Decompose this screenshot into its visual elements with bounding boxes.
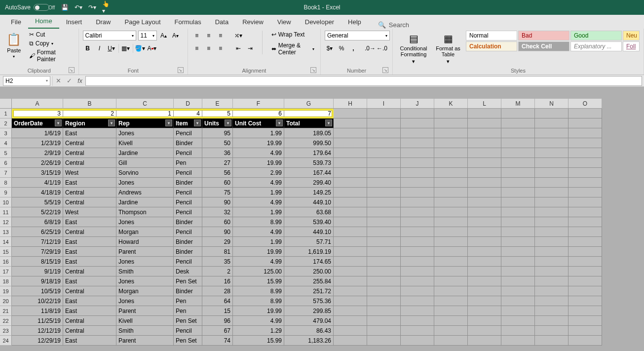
cell-H8[interactable]: [334, 178, 367, 188]
cell-O5[interactable]: [568, 148, 602, 158]
cell-region[interactable]: Central: [63, 138, 116, 148]
cell-rep[interactable]: Parent: [116, 336, 174, 346]
cell-H10[interactable]: [334, 197, 367, 207]
cell-L1[interactable]: [468, 109, 501, 118]
cell-N8[interactable]: [535, 178, 568, 188]
format-as-table-button[interactable]: ▦ Format as Table▾: [433, 31, 463, 65]
cell-L11[interactable]: [468, 207, 501, 217]
cell-unitcost[interactable]: 4.99: [233, 197, 284, 207]
cell-units[interactable]: 36: [202, 148, 233, 158]
cell-unitcost[interactable]: 8.99: [233, 217, 284, 227]
cell-total[interactable]: 179.64: [284, 148, 334, 158]
cell-region[interactable]: East: [63, 237, 116, 247]
cell-unitcost[interactable]: 1.99: [233, 128, 284, 138]
bold-button[interactable]: B: [83, 43, 93, 53]
percent-button[interactable]: %: [337, 43, 346, 53]
cell-units[interactable]: 96: [202, 316, 233, 326]
cell-rep[interactable]: Jones: [116, 257, 174, 267]
select-all-corner[interactable]: [0, 99, 12, 109]
tab-review[interactable]: Review: [235, 16, 270, 29]
cell-unitcost[interactable]: 19.99: [233, 138, 284, 148]
italic-button[interactable]: I: [95, 43, 105, 53]
cell-M16[interactable]: [501, 257, 535, 267]
cell-unitcost[interactable]: 1.99: [233, 207, 284, 217]
row-header-22[interactable]: 22: [0, 316, 12, 326]
cell-H24[interactable]: [334, 336, 367, 346]
cell-I3[interactable]: [367, 128, 401, 138]
cell-N20[interactable]: [535, 296, 568, 306]
cell-L14[interactable]: [468, 237, 501, 247]
cell-K24[interactable]: [434, 336, 468, 346]
cell-J7[interactable]: [401, 168, 434, 178]
cell-region[interactable]: Central: [63, 267, 116, 276]
cell-M17[interactable]: [501, 267, 535, 276]
row-header-3[interactable]: 3: [0, 128, 12, 138]
cell-K12[interactable]: [434, 217, 468, 227]
cell-M12[interactable]: [501, 217, 535, 227]
cell-units[interactable]: 50: [202, 138, 233, 148]
cell-J16[interactable]: [401, 257, 434, 267]
cell-I20[interactable]: [367, 296, 401, 306]
align-top-button[interactable]: ≡: [192, 31, 202, 40]
table-header-total[interactable]: Total▾: [284, 118, 334, 128]
align-left-button[interactable]: ≡: [192, 43, 202, 53]
cell-orderdate[interactable]: 5/22/19: [12, 207, 63, 217]
cell-M1[interactable]: [501, 109, 535, 118]
cell-unitcost[interactable]: 8.99: [233, 296, 284, 306]
cell-K19[interactable]: [434, 286, 468, 296]
row-header-9[interactable]: 9: [0, 188, 12, 197]
cell-K2[interactable]: [434, 118, 468, 128]
style-explanatory[interactable]: Explanatory ...: [570, 41, 622, 51]
cell-J24[interactable]: [401, 336, 434, 346]
cell-I14[interactable]: [367, 237, 401, 247]
comma-button[interactable]: ,: [348, 43, 358, 53]
cell-L21[interactable]: [468, 306, 501, 316]
style-bad[interactable]: Bad: [518, 31, 569, 40]
cell-O9[interactable]: [568, 188, 602, 197]
cell-O11[interactable]: [568, 207, 602, 217]
cell-O19[interactable]: [568, 286, 602, 296]
style-normal[interactable]: Normal: [466, 31, 517, 40]
cell-H20[interactable]: [334, 296, 367, 306]
col-header-O[interactable]: O: [568, 99, 602, 109]
tab-help[interactable]: Help: [341, 16, 368, 29]
font-size-combo[interactable]: 11▾: [138, 31, 157, 40]
cell-H17[interactable]: [334, 267, 367, 276]
cell-unitcost[interactable]: 19.99: [233, 247, 284, 257]
tab-insert[interactable]: Insert: [59, 16, 89, 29]
format-painter-button[interactable]: 🖌Format Painter: [27, 48, 75, 63]
cell-rep[interactable]: Jones: [116, 178, 174, 188]
cell-J12[interactable]: [401, 217, 434, 227]
cell-unitcost[interactable]: 1.29: [233, 326, 284, 336]
cell-F1[interactable]: 6: [233, 109, 284, 118]
cell-total[interactable]: 57.71: [284, 237, 334, 247]
cell-I10[interactable]: [367, 197, 401, 207]
cell-item[interactable]: Binder: [174, 237, 202, 247]
cell-O8[interactable]: [568, 178, 602, 188]
cell-H23[interactable]: [334, 326, 367, 336]
cell-I22[interactable]: [367, 316, 401, 326]
filter-dropdown-icon[interactable]: ▾: [325, 119, 332, 126]
table-header-unit-cost[interactable]: Unit Cost▾: [233, 118, 284, 128]
cut-button[interactable]: ✂Cut: [27, 31, 75, 39]
cell-N1[interactable]: [535, 109, 568, 118]
cell-unitcost[interactable]: 4.99: [233, 316, 284, 326]
cell-units[interactable]: 60: [202, 217, 233, 227]
cell-unitcost[interactable]: 19.99: [233, 158, 284, 168]
cell-L18[interactable]: [468, 276, 501, 286]
cell-orderdate[interactable]: 6/8/19: [12, 217, 63, 227]
cell-M7[interactable]: [501, 168, 535, 178]
cell-O4[interactable]: [568, 138, 602, 148]
cell-rep[interactable]: Smith: [116, 326, 174, 336]
cell-M14[interactable]: [501, 237, 535, 247]
cell-K7[interactable]: [434, 168, 468, 178]
cell-J18[interactable]: [401, 276, 434, 286]
cell-K20[interactable]: [434, 296, 468, 306]
cell-orderdate[interactable]: 11/25/19: [12, 316, 63, 326]
font-color-button[interactable]: A▾: [147, 43, 157, 53]
cell-K4[interactable]: [434, 138, 468, 148]
cell-region[interactable]: Central: [63, 158, 116, 168]
cell-region[interactable]: West: [63, 207, 116, 217]
cell-total[interactable]: 299.40: [284, 178, 334, 188]
cell-N4[interactable]: [535, 138, 568, 148]
